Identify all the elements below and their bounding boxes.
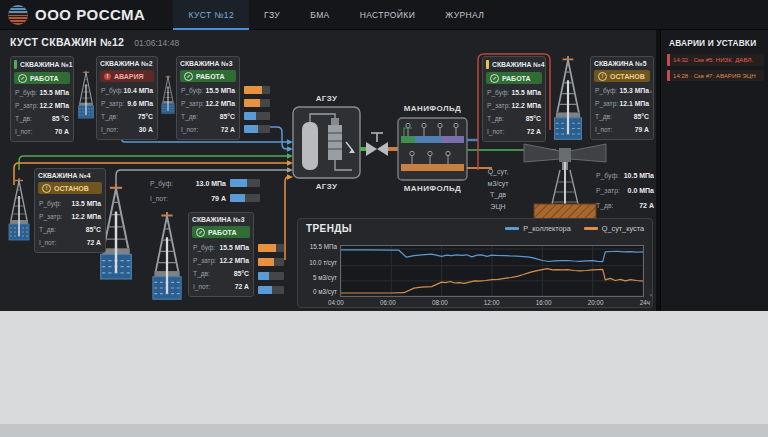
main-valve-icon[interactable] (366, 133, 388, 156)
derrick-icon (160, 62, 176, 128)
esp-pump-icon (524, 144, 606, 228)
gauge-bar (244, 125, 270, 133)
gauge-bar (258, 286, 284, 294)
gauge-bar (258, 272, 284, 280)
alarm-list-item[interactable]: 14:28 · Скв #7: АВАРИЯ ЭЦН (667, 70, 764, 82)
gauge-bar (230, 179, 260, 187)
agzu-label: АГЗУ (293, 182, 360, 191)
status-badge: ОСТАНОВ (38, 182, 102, 194)
trends-title: ТРЕНДЫ (306, 223, 352, 234)
alarms-title: АВАРИИ И УСТАВКИ (669, 38, 762, 48)
chart-legend: Р_коллектора Q_сут_куста (497, 224, 644, 233)
status-badge: РАБОТА (14, 72, 70, 84)
x-axis-ticks: 04:00 06:00 08:00 12:00 16:00 20:00 24ч (328, 299, 650, 306)
content-area: КУСТ СКВАЖИН №12 01:06:14:48 (0, 30, 768, 311)
page-background (0, 311, 768, 437)
derrick-icon (146, 212, 188, 302)
top-navbar: ООО РОССМА КУСТ №12 ГЗУ БМА НАСТРОЙКИ ЖУ… (0, 0, 768, 30)
gauge-bar (244, 86, 270, 94)
scada-app: ООО РОССМА КУСТ №12 ГЗУ БМА НАСТРОЙКИ ЖУ… (0, 0, 768, 437)
esp-params: Р_буф:10.5 МПа Р_затр:0.0 МПа Т_дв:72 А (596, 168, 654, 213)
gauge-bar (244, 112, 270, 120)
tab-kust-12[interactable]: КУСТ №12 (173, 0, 249, 30)
well-cluster-panel: КУСТ СКВАЖИН №12 01:06:14:48 (0, 30, 656, 311)
manifold-label: МАНИФОЛЬД (398, 184, 467, 193)
status-badge: АВАРИЯ (100, 70, 154, 82)
well-card-1[interactable]: СКВАЖИНА №1 РАБОТА Р_буф:15.5 МПа Р_затр… (10, 56, 74, 142)
well-card-3[interactable]: СКВАЖИНА №3 РАБОТА Р_буф:15.5 МПа Р_затр… (176, 56, 240, 140)
agzu-label: АГЗУ (293, 94, 360, 103)
warning-icon (598, 72, 607, 81)
line-swatch-icon (584, 227, 598, 230)
trends-panel: ТРЕНДЫ Р_коллектора Q_сут_куста 15.5 МПа… (297, 218, 653, 308)
wellhead-readout: Р_буф:13.0 МПа I_пот:79 А (150, 176, 226, 206)
gauge-bar (258, 258, 284, 266)
gauge-bar (244, 99, 270, 107)
well-card-5[interactable]: СКВАЖИНА №5 ОСТАНОВ Р_буф:15.3 МПа Р_зат… (590, 56, 654, 140)
y-axis-tick: 5 м3/сут (300, 274, 337, 281)
check-icon (196, 228, 205, 237)
check-icon (490, 74, 499, 83)
y-axis-tick: 10.0 т/сут (300, 259, 337, 266)
derrick-icon (6, 170, 32, 250)
warning-icon (42, 184, 51, 193)
line-swatch-icon (505, 227, 519, 230)
gauge-bar (230, 194, 260, 202)
well-name: СКВАЖИНА №4 (492, 61, 545, 68)
well-color-bar (14, 60, 17, 69)
y-axis-tick: 0 м3/сут (300, 288, 337, 295)
nav-tabs: КУСТ №12 ГЗУ БМА НАСТРОЙКИ ЖУРНАЛ (173, 0, 499, 30)
status-badge: РАБОТА (180, 70, 236, 82)
well-name: СКВАЖИНА №4 (38, 172, 91, 179)
bottom-strip (0, 424, 768, 437)
alarm-list-item[interactable]: 14:32 · Скв #5: НИЗК. ДАВЛ. (667, 54, 764, 66)
y-axis-tick: 15.5 МПа (300, 243, 337, 250)
tab-settings[interactable]: НАСТРОЙКИ (345, 0, 431, 30)
status-badge: РАБОТА (192, 226, 250, 238)
well-card-4-stopped[interactable]: СКВАЖИНА №4 ОСТАНОВ Р_буф:13.5 МПа Р_зат… (34, 168, 106, 253)
derrick-icon (76, 60, 96, 130)
well-name: СКВАЖИНА №3 (192, 216, 245, 223)
alarm-icon (104, 73, 111, 80)
well-color-bar (486, 60, 489, 69)
well-card-2[interactable]: СКВАЖИНА №2 АВАРИЯ Р_буф:10.4 МПа Р_затр… (96, 56, 158, 140)
legend-item[interactable]: Q_сут_куста (584, 224, 644, 233)
company-name: ООО РОССМА (35, 6, 145, 23)
well-name: СКВАЖИНА №2 (100, 60, 153, 67)
tab-bma[interactable]: БМА (295, 0, 345, 30)
scroll-down-arrow[interactable]: ▼ (647, 292, 655, 298)
well-name: СКВАЖИНА №3 (180, 60, 233, 67)
derrick-icon (549, 56, 587, 142)
company-logo-icon (8, 5, 28, 25)
well-name: СКВАЖИНА №1 (20, 61, 73, 68)
tab-journal[interactable]: ЖУРНАЛ (430, 0, 499, 30)
legend-item[interactable]: Р_коллектора (505, 224, 570, 233)
manifold-block[interactable] (398, 118, 467, 180)
esp-caption: Q_сут, м3/сут Т_дв ЭЦН (472, 166, 524, 212)
tab-gzu[interactable]: ГЗУ (249, 0, 295, 30)
well-card-4[interactable]: СКВАЖИНА №4 РАБОТА Р_буф:15.5 МПа Р_затр… (482, 56, 546, 142)
gauge-bar (258, 244, 284, 252)
check-icon (184, 72, 193, 81)
check-icon (18, 74, 27, 83)
well-name: СКВАЖИНА №5 (594, 60, 647, 67)
manifold-label: МАНИФОЛЬД (398, 104, 467, 113)
status-badge: ОСТАНОВ (594, 70, 650, 82)
agzu-block[interactable] (293, 107, 360, 178)
well-card-3-bottom[interactable]: СКВАЖИНА №3 РАБОТА Р_буф:15.5 МПа Р_затр… (188, 212, 254, 297)
scroll-up-arrow[interactable]: ▲ (647, 88, 655, 94)
alarms-panel: АВАРИИ И УСТАВКИ 14:32 · Скв #5: НИЗК. Д… (660, 30, 768, 311)
trend-chart[interactable] (340, 245, 644, 297)
status-badge: РАБОТА (486, 72, 542, 84)
